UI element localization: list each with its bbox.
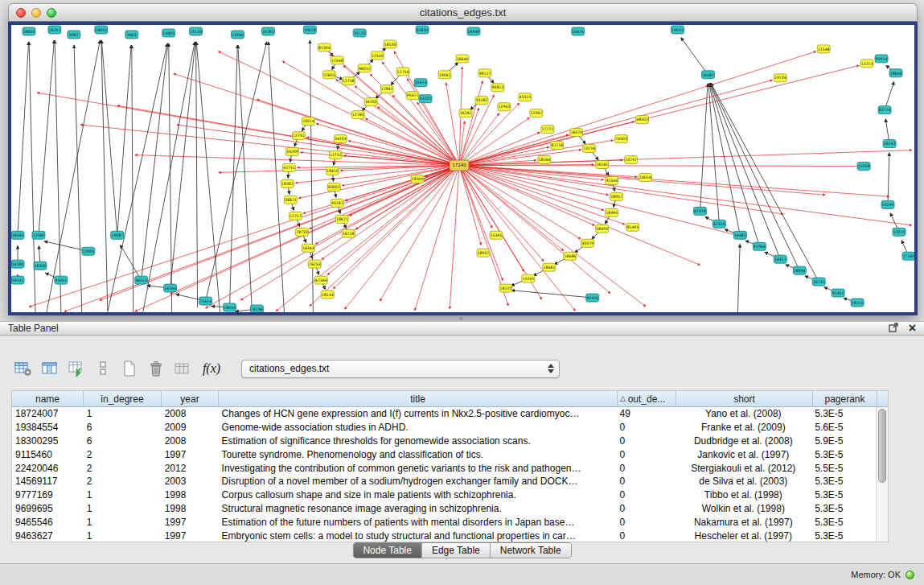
dropdown-value: citations_edges.txt — [249, 363, 329, 374]
tab-network-table[interactable]: Network Table — [490, 543, 571, 558]
cell-pagerank: 5.6E-5 — [811, 422, 876, 433]
svg-text:16761: 16761 — [262, 30, 274, 34]
delete-icon[interactable] — [146, 358, 166, 379]
window-titlebar[interactable]: citations_edges.txt — [8, 3, 918, 22]
table-columns-icon[interactable] — [39, 358, 60, 379]
function-icon[interactable]: f(x) — [199, 358, 224, 379]
panel-resize-handle[interactable] — [459, 317, 463, 320]
svg-text:35474: 35474 — [415, 80, 427, 84]
table-row[interactable]: 2242004622012Investigating the contribut… — [12, 461, 876, 475]
cell-title: Corpus callosum shape and size in male p… — [219, 489, 617, 501]
table-disabled-icon[interactable] — [172, 358, 193, 379]
cell-year: 1997 — [162, 530, 219, 542]
cell-out_de: 49 — [617, 408, 676, 419]
table-row[interactable]: 977716911998Corpus callosum shape and si… — [12, 488, 876, 502]
svg-text:18833: 18833 — [23, 30, 35, 34]
svg-text:90813: 90813 — [492, 85, 504, 89]
svg-text:78733: 78733 — [296, 230, 308, 234]
svg-text:12763: 12763 — [352, 113, 364, 117]
svg-text:76186: 76186 — [251, 307, 263, 311]
cell-name: 14569117 — [12, 476, 84, 487]
cell-name: 9115460 — [12, 449, 84, 460]
svg-text:14805: 14805 — [162, 31, 175, 35]
cell-out_de: 0 — [617, 517, 676, 528]
svg-text:95477: 95477 — [407, 93, 419, 97]
float-panel-icon[interactable] — [889, 322, 899, 335]
svg-text:18164: 18164 — [539, 158, 551, 162]
column-header-out_de[interactable]: △out_de... — [618, 391, 676, 406]
svg-text:15345: 15345 — [491, 233, 503, 237]
rows-icon[interactable] — [92, 358, 113, 379]
cell-title: Estimation of significance thresholds fo… — [219, 435, 617, 447]
cell-pagerank: 5.3E-5 — [811, 530, 876, 542]
table-select-dropdown[interactable]: citations_edges.txt — [241, 360, 560, 378]
table-row[interactable]: 946362711997Embryonic stem cells: a mode… — [12, 529, 876, 542]
svg-text:16016: 16016 — [639, 175, 651, 179]
table-row[interactable]: 969969511998Structural magnetic resonanc… — [12, 502, 876, 516]
new-file-icon[interactable] — [119, 358, 140, 379]
close-button[interactable] — [16, 8, 26, 18]
table-row[interactable]: 911546021997Tourette syndrome. Phenomeno… — [12, 447, 876, 461]
svg-text:12758: 12758 — [343, 80, 355, 84]
svg-text:15245: 15245 — [523, 277, 535, 281]
svg-text:34200: 34200 — [365, 100, 377, 104]
cell-in_degree: 2 — [84, 449, 162, 460]
table-row[interactable]: 1830029562008Estimation of significance … — [12, 435, 876, 448]
table-settings-icon[interactable] — [13, 358, 34, 379]
zoom-button[interactable] — [47, 8, 56, 18]
cell-out_de: 0 — [617, 489, 676, 501]
cell-name: 18724007 — [12, 408, 84, 419]
svg-text:12754: 12754 — [397, 70, 409, 74]
svg-text:34209: 34209 — [286, 150, 298, 154]
column-header-in_degree[interactable]: in_degree — [84, 391, 162, 406]
column-label: pagerank — [824, 393, 864, 405]
cell-year: 2003 — [162, 476, 219, 487]
svg-text:16487: 16487 — [702, 73, 714, 77]
svg-text:67918: 67918 — [694, 209, 706, 213]
cell-short: de Silva et al. (2003) — [675, 476, 811, 487]
column-header-year[interactable]: year — [162, 391, 219, 406]
tab-edge-table[interactable]: Edge Table — [421, 543, 490, 558]
svg-text:76254: 76254 — [309, 262, 321, 266]
svg-text:83002: 83002 — [328, 185, 340, 189]
cell-title: Estimation of the future numbers of pati… — [219, 517, 617, 528]
svg-text:18694: 18694 — [794, 269, 806, 273]
close-panel-icon[interactable]: × — [909, 323, 916, 333]
svg-text:18410: 18410 — [326, 169, 339, 173]
table-row[interactable]: 1872400712008Changes of HCN gene express… — [12, 407, 876, 421]
cell-in_degree: 1 — [84, 503, 162, 514]
svg-text:85493: 85493 — [626, 225, 639, 229]
svg-text:95914: 95914 — [876, 57, 888, 61]
svg-text:12805: 12805 — [83, 249, 95, 253]
svg-text:12841: 12841 — [381, 87, 393, 91]
tab-node-table[interactable]: Node Table — [353, 543, 421, 558]
svg-text:59051: 59051 — [12, 278, 24, 282]
column-header-short[interactable]: short — [676, 391, 813, 406]
svg-text:11548: 11548 — [818, 47, 830, 51]
svg-text:87756: 87756 — [551, 143, 563, 147]
table-import-icon[interactable] — [66, 358, 87, 379]
column-header-pagerank[interactable]: pagerank — [813, 391, 877, 406]
svg-text:13940: 13940 — [232, 33, 244, 37]
svg-text:56513: 56513 — [135, 278, 147, 282]
svg-text:38671: 38671 — [285, 198, 297, 202]
column-header-title[interactable]: title — [219, 391, 618, 406]
svg-text:14280: 14280 — [12, 262, 24, 266]
scrollbar-thumb[interactable] — [878, 409, 886, 483]
cell-in_degree: 1 — [84, 408, 162, 419]
table-row[interactable]: 1456911722003Disruption of a novel membe… — [12, 475, 876, 488]
svg-text:17771: 17771 — [542, 127, 554, 131]
network-canvas[interactable]: 1883318707908716055946314805751181394016… — [11, 25, 914, 312]
svg-text:12752: 12752 — [330, 153, 342, 157]
minimize-button[interactable] — [31, 8, 41, 18]
svg-text:35723: 35723 — [354, 31, 366, 35]
cell-pagerank: 5.3E-5 — [811, 408, 876, 419]
cell-in_degree: 6 — [84, 435, 162, 447]
table-vertical-scrollbar[interactable] — [876, 407, 888, 542]
table-row[interactable]: 1938455462009Genome-wide association stu… — [12, 421, 876, 435]
table-row[interactable]: 946554611997Estimation of the future num… — [12, 515, 876, 529]
cell-short: Jankovic et al. (1997) — [675, 449, 811, 460]
column-header-name[interactable]: name — [12, 391, 84, 406]
svg-text:18481: 18481 — [544, 266, 556, 270]
cell-short: Nakamura et al. (1997) — [675, 517, 811, 528]
